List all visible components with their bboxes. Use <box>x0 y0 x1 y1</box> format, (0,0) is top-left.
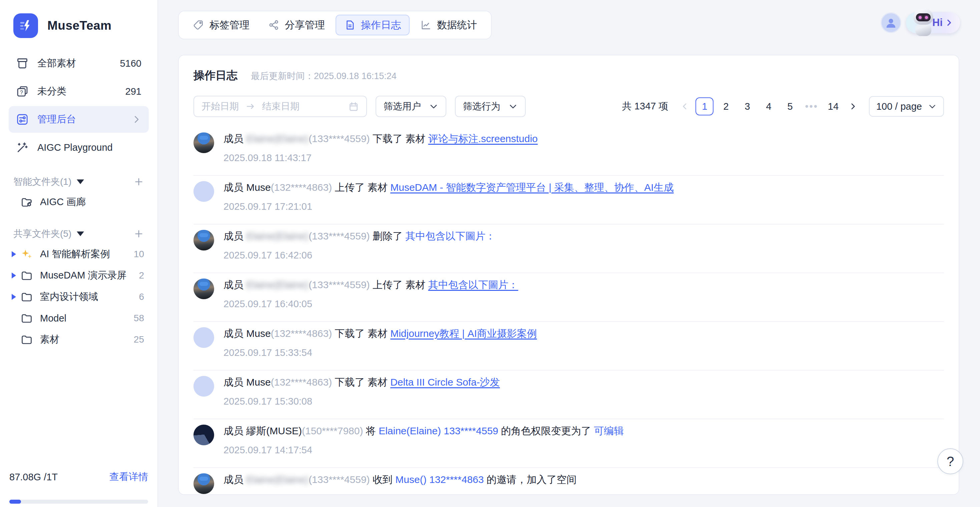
help-button[interactable]: ? <box>937 448 963 474</box>
sidebar-folder-素材[interactable]: 素材25 <box>9 329 149 350</box>
member-avatar[interactable] <box>194 327 214 348</box>
tab-label: 标签管理 <box>210 18 250 32</box>
archive-icon <box>16 57 29 70</box>
sidebar-item-label: 未分类 <box>37 85 117 98</box>
assistant-pill[interactable]: Hi <box>906 12 960 33</box>
log-entry-line: 成员 Muse(132****4863) 下载了 素材 Midjourney教程… <box>223 327 537 340</box>
page-button-1[interactable]: 1 <box>695 97 713 115</box>
page-button-4[interactable]: 4 <box>759 97 778 115</box>
storage-progress-fill <box>10 500 21 504</box>
asset-link[interactable]: 其中包含以下圖片： <box>428 279 519 290</box>
log-text: 下载了 素材 <box>332 328 390 339</box>
user-avatar[interactable] <box>881 12 901 33</box>
robot-avatar <box>908 7 938 37</box>
add-folder-button[interactable] <box>134 176 144 187</box>
admin-tabs: 标签管理分享管理操作日志数据统计 <box>178 11 492 39</box>
asset-link[interactable]: MuseDAM - 智能数字资产管理平台 | 采集、整理、协作、AI生成 <box>390 182 674 193</box>
svg-text:?: ? <box>20 90 23 95</box>
tab-标签管理[interactable]: 标签管理 <box>185 15 258 35</box>
add-folder-button[interactable] <box>134 229 144 239</box>
log-text: 将 <box>363 425 379 436</box>
sidebar-item-AIGC Playground[interactable]: AIGC Playground <box>9 134 149 161</box>
sparkles-icon <box>21 248 33 260</box>
asset-link[interactable]: 评论与标注.screenstudio <box>428 133 538 144</box>
blurred-member-name: Elaine(Elaine) <box>246 133 309 144</box>
page-button-14[interactable]: 14 <box>824 97 842 115</box>
expand-caret-icon[interactable] <box>12 251 16 257</box>
calendar-icon <box>348 101 359 112</box>
page-size-select[interactable]: 100 / page <box>869 96 944 117</box>
expand-caret-icon[interactable] <box>12 272 16 278</box>
member-avatar[interactable] <box>194 181 214 202</box>
sidebar-item-全部素材[interactable]: 全部素材5160 <box>9 50 149 77</box>
prev-page-button[interactable] <box>678 97 692 115</box>
collapse-triangle-icon[interactable] <box>77 180 84 184</box>
accent-text[interactable]: Muse() 132****4863 <box>395 474 484 485</box>
filter-action-select[interactable]: 筛选行为 <box>455 96 526 117</box>
folder-icon <box>21 312 33 324</box>
wand-icon <box>16 141 29 154</box>
page-button-2[interactable]: 2 <box>717 97 735 115</box>
page-size-value: 100 / page <box>876 101 922 112</box>
collapse-triangle-icon[interactable] <box>77 232 84 236</box>
log-entry-body: 成员 Muse(132****4863) 下载了 素材 Delta III Ci… <box>223 376 500 419</box>
chevron-down-icon <box>928 102 937 111</box>
log-entry-line: 成员 Elaine(Elaine)(133****4559) 删除了 其中包含以… <box>223 230 495 243</box>
accent-text[interactable]: Elaine(Elaine) 133****4559 <box>379 425 498 436</box>
folder-label: AI 智能解析案例 <box>40 248 134 261</box>
tab-操作日志[interactable]: 操作日志 <box>336 15 410 35</box>
log-text: 上传了 素材 <box>332 182 390 193</box>
page-button-5[interactable]: 5 <box>781 97 799 115</box>
folder-gear-icon <box>21 196 33 208</box>
folder-label: 素材 <box>40 333 134 346</box>
member-avatar[interactable] <box>194 424 214 445</box>
chevron-right-icon <box>131 114 142 124</box>
end-date-input[interactable]: 结束日期 <box>262 100 299 113</box>
accent-text[interactable]: 其中包含以下圖片： <box>405 230 495 242</box>
member-avatar[interactable] <box>194 278 214 299</box>
accent-text[interactable]: 可编辑 <box>594 425 624 436</box>
sidebar-folder-室内设计领域[interactable]: 室内设计领域6 <box>9 286 149 308</box>
section-title: 共享文件夹(5) <box>13 227 72 240</box>
sidebar-folder-Model[interactable]: Model58 <box>9 308 149 329</box>
log-text: 删除了 <box>370 230 406 242</box>
folder-count: 2 <box>139 270 144 281</box>
sidebar: MuseTeam 全部素材5160?未分类291管理后台AIGC Playgro… <box>0 0 158 507</box>
filter-action-value: 筛选行为 <box>463 100 500 113</box>
page-buttons: 12345•••14 <box>695 97 842 115</box>
tab-分享管理[interactable]: 分享管理 <box>260 15 333 35</box>
tab-数据统计[interactable]: 数据统计 <box>412 15 485 35</box>
date-range-picker[interactable]: 开始日期 结束日期 <box>194 96 367 117</box>
expand-caret-slot[interactable] <box>9 294 19 300</box>
sidebar-sections: 智能文件夹(1)AIGC 画廊共享文件夹(5)AI 智能解析案例10MuseDA… <box>9 175 149 350</box>
chevron-down-icon <box>508 102 518 111</box>
log-entry-timestamp: 2025.09.17 16:40:05 <box>223 299 519 310</box>
start-date-input[interactable]: 开始日期 <box>202 100 239 113</box>
sidebar-item-未分类[interactable]: ?未分类291 <box>9 78 149 105</box>
asset-link[interactable]: Delta III Circle Sofa-沙发 <box>390 377 500 388</box>
member-avatar[interactable] <box>194 132 214 153</box>
asset-link[interactable]: Midjourney教程 | AI商业摄影案例 <box>390 328 537 339</box>
member-avatar[interactable] <box>194 473 214 494</box>
share-icon <box>268 19 280 31</box>
expand-caret-slot[interactable] <box>9 272 19 278</box>
filter-row: 开始日期 结束日期 筛选用户 筛选行为 共 1347 项 <box>194 96 944 117</box>
sidebar-folder-MuseDAM 演示录屏[interactable]: MuseDAM 演示录屏2 <box>9 265 149 286</box>
storage-details-link[interactable]: 查看详情 <box>110 470 148 484</box>
filter-user-select[interactable]: 筛选用户 <box>375 96 446 117</box>
app-logo-icon[interactable] <box>13 13 38 38</box>
last-updated: 最后更新时间：2025.09.18 16:15:24 <box>251 70 396 82</box>
sidebar-folder-AI 智能解析案例[interactable]: AI 智能解析案例10 <box>9 243 149 265</box>
tab-label: 数据统计 <box>437 18 477 32</box>
sidebar-nav: 全部素材5160?未分类291管理后台AIGC Playground <box>9 50 149 161</box>
log-text: 成员 <box>223 133 246 144</box>
next-page-button[interactable] <box>846 97 860 115</box>
sidebar-folder-AIGC 画廊[interactable]: AIGC 画廊 <box>9 191 149 213</box>
member-avatar[interactable] <box>194 230 214 251</box>
expand-caret-slot[interactable] <box>9 251 19 257</box>
sidebar-item-管理后台[interactable]: 管理后台 <box>9 106 149 133</box>
page-button-3[interactable]: 3 <box>738 97 756 115</box>
folder-label: AIGC 画廊 <box>40 195 144 209</box>
member-avatar[interactable] <box>194 376 214 397</box>
expand-caret-icon[interactable] <box>12 294 16 300</box>
